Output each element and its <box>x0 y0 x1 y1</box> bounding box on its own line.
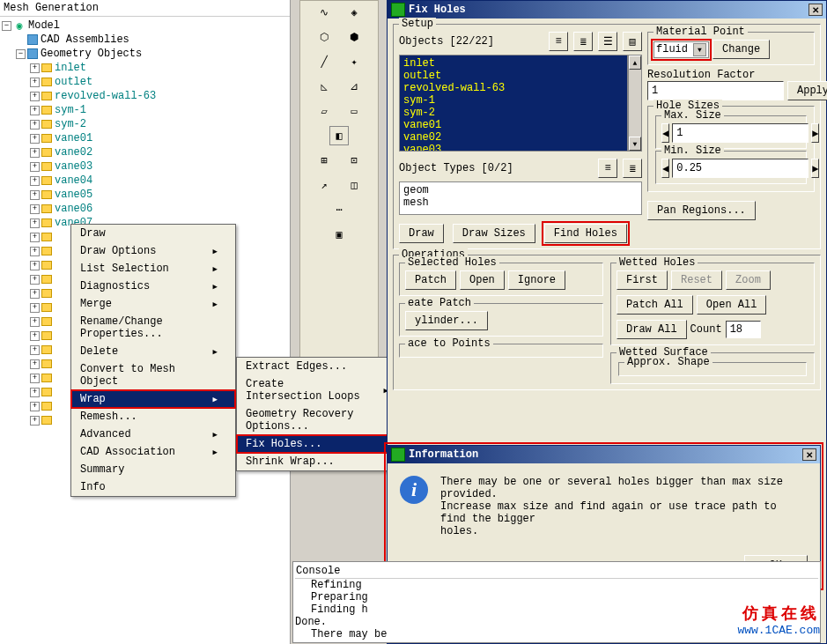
ignore-button[interactable]: Ignore <box>508 270 565 290</box>
expand-icon[interactable]: + <box>30 176 40 186</box>
menu-item-draw[interactable]: Draw <box>71 225 235 242</box>
expand-icon[interactable]: + <box>30 148 40 158</box>
menu-item-list-selection[interactable]: List Selection▶ <box>71 260 235 278</box>
expand-icon[interactable]: + <box>30 402 40 411</box>
filter-button[interactable]: ≣ <box>623 159 642 178</box>
close-icon[interactable]: ✕ <box>802 448 816 461</box>
filter-button[interactable]: ≡ <box>549 32 568 51</box>
filter-button[interactable]: ▤ <box>623 32 642 51</box>
expand-icon[interactable]: + <box>30 218 40 228</box>
tool-icon[interactable]: ↗ <box>314 175 334 195</box>
expand-icon[interactable]: + <box>30 162 40 172</box>
max-size-input[interactable] <box>672 123 809 143</box>
tool-icon[interactable]: ⊿ <box>344 77 364 96</box>
tool-icon[interactable]: ✦ <box>344 52 364 71</box>
collapse-icon[interactable]: − <box>16 49 26 59</box>
tool-icon[interactable]: ∿ <box>314 3 334 22</box>
expand-icon[interactable]: + <box>30 190 40 200</box>
patch-all-button[interactable]: Patch All <box>617 295 693 315</box>
close-icon[interactable]: ✕ <box>809 4 823 16</box>
expand-icon[interactable]: + <box>30 289 40 299</box>
menu-item-fix-holes-[interactable]: Fix Holes... <box>237 435 406 453</box>
apply-button[interactable]: Apply <box>787 81 827 100</box>
tree-item[interactable]: +revolved-wall-63 <box>2 89 288 103</box>
expand-icon[interactable]: + <box>30 63 40 73</box>
expand-icon[interactable]: + <box>30 416 40 426</box>
tree-item[interactable]: +vane03 <box>2 159 288 174</box>
open-all-button[interactable]: Open All <box>697 295 767 315</box>
expand-icon[interactable]: + <box>30 120 40 130</box>
resolution-input[interactable] <box>647 81 784 100</box>
draw-all-button[interactable]: Draw All <box>617 320 687 339</box>
list-item[interactable]: sym-2 <box>402 107 625 119</box>
prev-button[interactable]: ◀ <box>661 123 669 143</box>
pan-regions-button[interactable]: Pan Regions... <box>647 201 756 220</box>
expand-icon[interactable]: + <box>30 303 40 313</box>
tool-icon[interactable]: ▱ <box>314 101 334 121</box>
list-item[interactable]: revolved-wall-63 <box>402 82 625 94</box>
menu-item-delete[interactable]: Delete▶ <box>71 343 235 360</box>
change-button[interactable]: Change <box>713 40 770 59</box>
expand-icon[interactable]: + <box>30 359 40 369</box>
menu-item-info[interactable]: Info <box>71 478 235 496</box>
menu-item-wrap[interactable]: Wrap▶ <box>71 390 235 408</box>
expand-icon[interactable]: + <box>30 345 40 355</box>
next-button[interactable]: ▶ <box>811 159 819 178</box>
tree-item[interactable]: +vane05 <box>2 188 288 202</box>
titlebar[interactable]: Information ✕ <box>388 446 820 463</box>
list-item[interactable]: sym-1 <box>402 94 625 107</box>
menu-item-advanced[interactable]: Advanced▶ <box>71 426 235 443</box>
filter-button[interactable]: ≡ <box>598 159 617 178</box>
tree-item[interactable]: +vane01 <box>2 131 288 145</box>
menu-item-geometry-recovery-options-[interactable]: Geometry Recovery Options... <box>237 405 406 435</box>
tree-item[interactable]: +sym-1 <box>2 103 288 117</box>
expand-icon[interactable]: + <box>30 317 40 327</box>
material-select[interactable]: fluid ▼ <box>653 41 709 58</box>
find-holes-button[interactable]: Find Holes <box>544 224 627 243</box>
filter-button[interactable]: ☰ <box>598 32 617 51</box>
tree-item[interactable]: +sym-2 <box>2 117 288 131</box>
menu-item-merge[interactable]: Merge▶ <box>71 295 235 313</box>
count-input[interactable] <box>726 321 761 338</box>
expand-icon[interactable]: + <box>30 374 40 383</box>
draw-button[interactable]: Draw <box>399 224 444 243</box>
tree-item[interactable]: +vane04 <box>2 174 288 188</box>
scrollbar[interactable]: ▲ ▼ <box>628 55 642 152</box>
expand-icon[interactable]: + <box>30 275 40 285</box>
menu-item-draw-options[interactable]: Draw Options▶ <box>71 242 235 260</box>
tool-icon[interactable]: ◫ <box>344 175 364 195</box>
min-size-input[interactable] <box>672 159 809 178</box>
draw-sizes-button[interactable]: Draw Sizes <box>453 224 535 243</box>
list-item[interactable]: vane01 <box>402 119 625 131</box>
scroll-down-icon[interactable]: ▼ <box>629 137 641 151</box>
tree-item[interactable]: +inlet <box>2 61 288 75</box>
patch-button[interactable]: Patch <box>405 270 456 290</box>
expand-icon[interactable]: + <box>30 134 40 144</box>
tool-icon[interactable]: ⬡ <box>314 27 334 47</box>
expand-icon[interactable]: + <box>30 78 40 87</box>
list-item[interactable]: outlet <box>402 70 625 82</box>
objects-listbox[interactable]: inletoutletrevolved-wall-63sym-1sym-2van… <box>399 55 628 152</box>
filter-button[interactable]: ≣ <box>573 32 593 51</box>
triangle-icon[interactable]: ◺ <box>314 77 334 96</box>
prev-button[interactable]: ◀ <box>661 159 669 178</box>
list-item[interactable]: mesh <box>402 196 639 209</box>
list-item[interactable]: vane02 <box>402 131 625 144</box>
types-listbox[interactable]: geommesh <box>399 181 642 215</box>
tool-icon[interactable]: ▭ <box>344 101 364 121</box>
expand-icon[interactable]: + <box>30 92 40 101</box>
cube-icon[interactable]: ◧ <box>329 126 349 145</box>
tree-row[interactable]: − ◉ Model <box>2 19 288 33</box>
first-button[interactable]: First <box>617 270 668 290</box>
menu-item-extract-edges-[interactable]: Extract Edges... <box>237 358 406 375</box>
expand-icon[interactable]: + <box>30 233 40 242</box>
menu-item-shrink-wrap-[interactable]: Shrink Wrap... <box>237 453 406 470</box>
tree-row[interactable]: CAD Assemblies <box>2 33 288 47</box>
next-button[interactable]: ▶ <box>811 123 819 143</box>
line-icon[interactable]: ╱ <box>314 52 334 71</box>
menu-item-rename-change-properties-[interactable]: Rename/Change Properties... <box>71 313 235 343</box>
tool-icon[interactable]: ▣ <box>329 225 349 244</box>
expand-icon[interactable]: + <box>30 106 40 115</box>
menu-item-diagnostics[interactable]: Diagnostics▶ <box>71 278 235 295</box>
tree-item[interactable]: +vane02 <box>2 145 288 159</box>
